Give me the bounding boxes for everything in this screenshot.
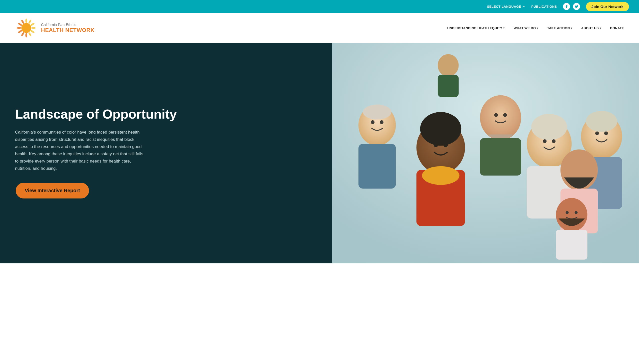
main-nav: UNDERSTANDING HEATH EQUITY ▾ WHAT WE DO … bbox=[443, 26, 624, 30]
svg-point-7 bbox=[21, 32, 25, 36]
nav-label-understanding: UNDERSTANDING HEATH EQUITY bbox=[447, 26, 502, 30]
facebook-icon[interactable] bbox=[563, 3, 570, 10]
svg-point-10 bbox=[18, 22, 22, 26]
nav-chevron-understanding: ▾ bbox=[503, 27, 505, 30]
twitter-icon[interactable] bbox=[573, 3, 580, 10]
nav-label-about-us: ABOUT US bbox=[581, 26, 599, 30]
nav-label-what-we-do: WHAT WE DO bbox=[514, 26, 536, 30]
svg-point-3 bbox=[31, 27, 36, 29]
language-label: SELECT LANGUAGE bbox=[487, 5, 521, 8]
nav-item-about-us[interactable]: ABOUT US ▾ bbox=[577, 26, 606, 30]
svg-point-0 bbox=[25, 18, 27, 23]
svg-point-1 bbox=[28, 19, 32, 24]
hero-description: California's communities of color have l… bbox=[15, 129, 145, 172]
logo-text-top: California Pan-Ethnic bbox=[41, 22, 95, 27]
nav-item-understanding[interactable]: UNDERSTANDING HEATH EQUITY ▾ bbox=[443, 26, 509, 30]
nav-chevron-about-us: ▾ bbox=[600, 27, 601, 30]
nav-item-donate[interactable]: DONATE bbox=[605, 26, 624, 30]
svg-point-5 bbox=[28, 32, 32, 36]
svg-point-8 bbox=[18, 30, 22, 34]
language-chevron-icon: ▼ bbox=[523, 5, 525, 8]
hero-title: Landscape of Opportunity bbox=[15, 107, 317, 122]
publications-link[interactable]: PUBLICATIONS bbox=[531, 5, 557, 8]
header: California Pan-Ethnic HEALTH NETWORK UND… bbox=[0, 13, 639, 43]
svg-point-11 bbox=[21, 19, 25, 24]
hero-image-area bbox=[332, 43, 639, 264]
svg-point-9 bbox=[17, 27, 21, 29]
hero-group-photo bbox=[332, 43, 639, 264]
nav-label-take-action: TAKE ACTION bbox=[547, 26, 570, 30]
top-bar: SELECT LANGUAGE ▼ PUBLICATIONS Join Our … bbox=[0, 0, 639, 13]
nav-item-what-we-do[interactable]: WHAT WE DO ▾ bbox=[509, 26, 543, 30]
nav-item-take-action[interactable]: TAKE ACTION ▾ bbox=[543, 26, 577, 30]
svg-point-12 bbox=[21, 23, 31, 33]
logo-sun-icon bbox=[15, 17, 38, 39]
svg-rect-47 bbox=[332, 43, 639, 264]
logo-text: California Pan-Ethnic HEALTH NETWORK bbox=[41, 22, 95, 34]
svg-point-6 bbox=[25, 33, 27, 38]
nav-chevron-take-action: ▾ bbox=[571, 27, 572, 30]
join-network-button[interactable]: Join Our Network bbox=[586, 2, 629, 11]
logo-text-bottom: HEALTH NETWORK bbox=[41, 27, 95, 34]
logo-link[interactable]: California Pan-Ethnic HEALTH NETWORK bbox=[15, 17, 95, 39]
view-report-button[interactable]: View Interactive Report bbox=[15, 182, 90, 199]
hero-left: Landscape of Opportunity California's co… bbox=[0, 43, 332, 264]
language-selector[interactable]: SELECT LANGUAGE ▼ bbox=[487, 5, 525, 8]
svg-point-2 bbox=[30, 22, 35, 26]
social-icons bbox=[563, 3, 580, 10]
svg-point-4 bbox=[30, 30, 35, 34]
hero-section: Landscape of Opportunity California's co… bbox=[0, 43, 639, 264]
nav-chevron-what-we-do: ▾ bbox=[537, 27, 538, 30]
